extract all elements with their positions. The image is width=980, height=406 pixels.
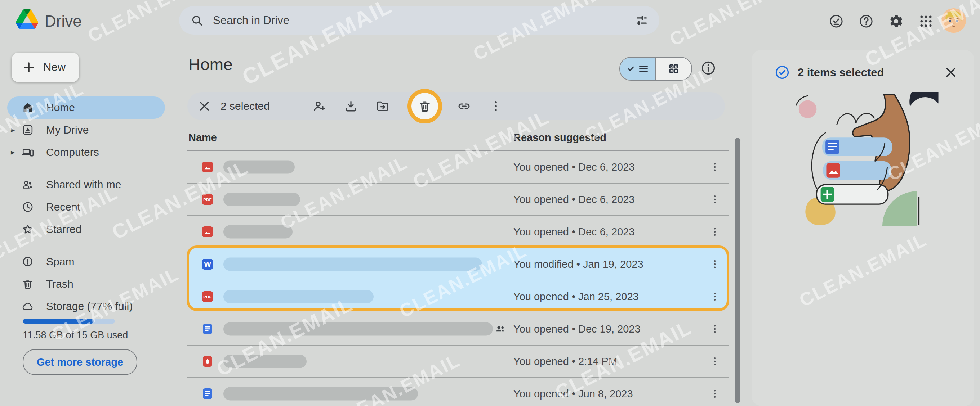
table-row[interactable]: PDFYou opened • Jan 25, 2023: [187, 281, 729, 313]
sidebar-item-label: Spam: [46, 255, 74, 268]
app-title: Drive: [45, 12, 82, 30]
sidebar-item-spam[interactable]: Spam: [7, 251, 165, 273]
new-button[interactable]: New: [11, 52, 79, 82]
selection-details-panel: 2 items selected: [752, 50, 974, 406]
get-more-storage-button[interactable]: Get more storage: [23, 349, 137, 375]
sidebar-item-trash[interactable]: Trash: [7, 273, 165, 295]
row-more-options-icon[interactable]: [709, 161, 721, 173]
row-more-options-icon[interactable]: [709, 193, 721, 205]
sidebar-item-label: Recent: [46, 201, 80, 213]
shared-people-icon: [494, 323, 507, 335]
docs-file-icon: [200, 387, 215, 401]
table-row[interactable]: You opened • Dec 6, 2023: [187, 216, 729, 248]
row-more-options-icon[interactable]: [709, 388, 721, 400]
sidebar-item-storage[interactable]: Storage (77% full): [7, 295, 165, 317]
table-row[interactable]: You opened • Jun 8, 2023: [187, 378, 729, 406]
trash-icon[interactable]: [418, 99, 432, 113]
redacted-file-name: [223, 355, 307, 368]
link-icon[interactable]: [457, 99, 471, 113]
storage-progress-fill: [23, 319, 94, 324]
starred-icon: [22, 223, 34, 235]
reason-suggested-label: You opened • Dec 19, 2023: [514, 323, 641, 335]
close-icon[interactable]: [197, 99, 211, 113]
redacted-file-name: [223, 225, 293, 239]
search-input[interactable]: [212, 14, 635, 27]
scrollbar-thumb[interactable]: [735, 138, 740, 403]
move-to-folder-icon[interactable]: [376, 99, 390, 113]
search-bar[interactable]: [179, 6, 659, 35]
expand-arrow-icon[interactable]: ▸: [11, 125, 15, 135]
add-person-icon[interactable]: [312, 99, 326, 113]
offline-status-icon[interactable]: [829, 14, 844, 29]
reason-suggested-label: You modified • Jan 19, 2023: [514, 259, 643, 270]
column-header-reason[interactable]: Reason suggested: [514, 132, 606, 144]
filter-options-icon[interactable]: [635, 14, 649, 27]
panel-title: 2 items selected: [798, 66, 884, 79]
view-toggle: [619, 57, 692, 81]
shared-icon: [22, 179, 34, 191]
list-view-button[interactable]: [620, 57, 656, 80]
storage-progress-bar: [23, 319, 115, 324]
sidebar-item-starred[interactable]: Starred: [7, 218, 165, 240]
hand-holding-files-illustration: [788, 92, 939, 226]
row-more-options-icon[interactable]: [709, 226, 721, 238]
settings-gear-icon[interactable]: [888, 14, 904, 29]
sidebar-item-computers[interactable]: ▸Computers: [7, 141, 165, 163]
list-view-icon: [638, 63, 649, 74]
check-circle-icon: [775, 65, 790, 80]
reason-suggested-label: You opened • Dec 6, 2023: [514, 226, 635, 238]
redacted-file-name: [223, 193, 300, 206]
reason-suggested-label: You opened • Dec 6, 2023: [514, 193, 635, 206]
google-drive-window: Drive New Ho: [0, 0, 980, 406]
table-row[interactable]: You opened • Dec 6, 2023: [187, 151, 729, 184]
redacted-file-name: [223, 258, 482, 271]
plus-icon: [22, 61, 35, 74]
sidebar-item-label: My Drive: [46, 124, 89, 136]
help-icon[interactable]: [859, 14, 874, 29]
search-icon: [191, 14, 204, 27]
row-more-options-icon[interactable]: [709, 323, 721, 335]
sidebar-item-shared-with-me[interactable]: Shared with me: [7, 173, 165, 196]
expand-arrow-icon[interactable]: ▸: [11, 147, 15, 157]
sidebar-item-recent[interactable]: Recent: [7, 196, 165, 218]
row-more-options-icon[interactable]: [709, 291, 721, 302]
redacted-file-name: [223, 160, 295, 174]
trash-icon: [22, 278, 34, 290]
mydrive-icon: [22, 124, 34, 136]
sidebar-item-label: Shared with me: [46, 179, 121, 191]
reason-suggested-label: You opened • Dec 6, 2023: [514, 161, 635, 173]
sidebar-nav: Home▸My Drive▸ComputersShared with meRec…: [7, 97, 165, 317]
row-more-options-icon[interactable]: [709, 355, 721, 367]
info-icon[interactable]: [700, 60, 716, 76]
recent-icon: [22, 201, 34, 213]
more-options-icon[interactable]: [489, 99, 503, 113]
download-icon[interactable]: [344, 99, 358, 113]
page-title: Home: [188, 55, 233, 74]
column-header-name[interactable]: Name: [188, 132, 217, 144]
close-panel-icon[interactable]: [944, 65, 958, 79]
apps-grid-icon[interactable]: [918, 14, 934, 29]
sidebar-item-label: Home: [46, 102, 75, 114]
grid-view-button[interactable]: [656, 57, 691, 80]
sidebar-item-home[interactable]: Home: [7, 97, 165, 119]
redacted-file-name: [223, 322, 493, 336]
table-row[interactable]: PDFYou opened • Dec 6, 2023: [187, 184, 729, 216]
svg-text:W: W: [204, 260, 211, 268]
docs-file-icon: [200, 322, 215, 336]
reason-suggested-label: You opened • 2:14 PM: [514, 355, 617, 368]
pdf-file-icon: PDF: [200, 289, 215, 304]
storage-used-label: 11.58 GB of 15 GB used: [23, 330, 128, 341]
trash-highlight-circle: [407, 89, 442, 124]
selection-toolbar: 2 selected: [187, 92, 725, 120]
table-row[interactable]: You opened • Dec 19, 2023: [187, 313, 729, 346]
grid-view-icon: [668, 63, 679, 75]
sidebar-item-my-drive[interactable]: ▸My Drive: [7, 119, 165, 141]
table-row[interactable]: WYou modified • Jan 19, 2023: [187, 248, 729, 281]
avatar[interactable]: [942, 8, 966, 33]
row-more-options-icon[interactable]: [709, 259, 721, 270]
table-row[interactable]: You opened • 2:14 PM: [187, 346, 729, 378]
home-icon: [22, 102, 34, 114]
storage-icon: [22, 300, 34, 312]
image-file-icon: [200, 225, 215, 239]
file-list: You opened • Dec 6, 2023PDFYou opened • …: [187, 151, 729, 406]
